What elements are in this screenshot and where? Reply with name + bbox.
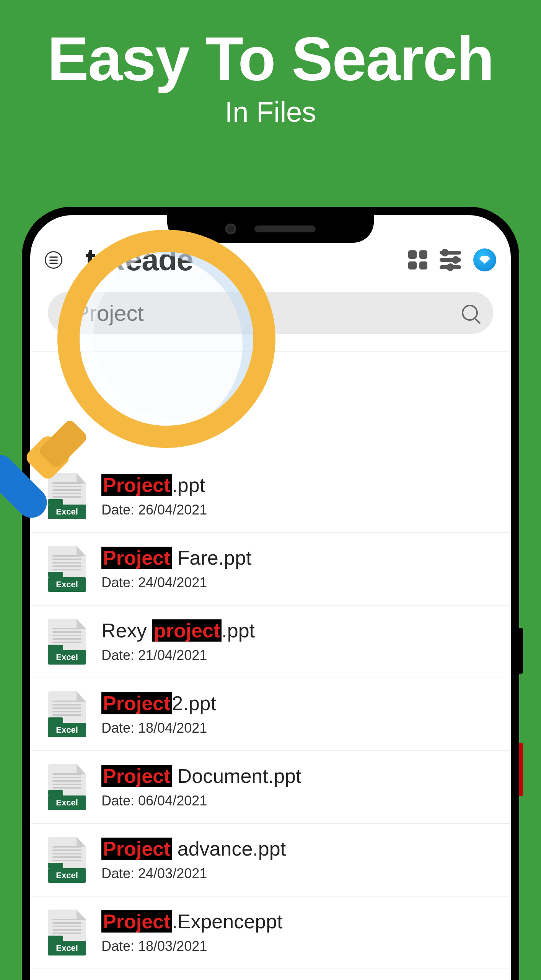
file-type-icon: Excel [48, 910, 86, 956]
file-info: Project.ExpencepptDate: 18/03/2021 [101, 911, 493, 954]
file-date: Date: 24/04/2021 [101, 575, 493, 591]
file-date: Date: 21/04/2021 [101, 647, 493, 663]
search-query-text: Project [75, 300, 144, 326]
file-badge: Excel [48, 723, 86, 737]
file-date: Date: 18/04/2021 [101, 720, 493, 736]
file-name: Project advance.ppt [101, 838, 493, 860]
file-type-icon: Excel [48, 619, 86, 665]
file-name: Project.Expenceppt [101, 911, 493, 933]
phone-frame: t Reade Project ExcelProject.ppt [22, 207, 519, 980]
file-badge: Excel [48, 577, 86, 592]
file-badge: Excel [48, 505, 86, 519]
file-date: Date: 18/03/2021 [101, 938, 493, 954]
file-type-icon: Excel [48, 546, 86, 592]
hero-banner: Easy To Search In Files [0, 0, 541, 128]
grid-view-button[interactable] [408, 250, 427, 270]
file-badge: Excel [48, 795, 86, 810]
hero-title: Easy To Search [0, 23, 541, 94]
phone-side-button [519, 743, 523, 796]
file-row[interactable]: ExcelProject2.pptDate: 06/03/2021 [30, 969, 511, 980]
app-title: t Reade [85, 242, 193, 278]
file-type-icon: Excel [48, 837, 86, 883]
file-info: Project advance.pptDate: 24/03/2021 [101, 838, 493, 881]
file-info: Project2.pptDate: 18/04/2021 [101, 693, 493, 736]
filter-button[interactable] [440, 251, 461, 269]
search-highlight: Project [101, 838, 172, 860]
search-icon[interactable] [462, 305, 478, 321]
file-info: Project.pptDate: 26/04/2021 [101, 474, 493, 518]
file-name: Project Document.ppt [101, 765, 493, 787]
file-date: Date: 06/04/2021 [101, 793, 493, 809]
search-highlight: Project [101, 692, 172, 714]
file-name: Rexy project.ppt [101, 620, 493, 642]
file-row[interactable]: ExcelProject2.pptDate: 18/04/2021 [30, 678, 511, 751]
file-name: Project.ppt [101, 474, 493, 496]
file-date: Date: 24/03/2021 [101, 866, 493, 882]
file-name: Project2.ppt [101, 693, 493, 714]
file-info: Project Document.pptDate: 06/04/2021 [101, 765, 493, 808]
phone-side-button [519, 628, 523, 674]
file-row[interactable]: ExcelProject.pptDate: 26/04/2021 [30, 460, 511, 533]
search-highlight: Project [101, 910, 172, 933]
screen: t Reade Project ExcelProject.ppt [30, 215, 511, 980]
file-type-icon: Excel [48, 473, 86, 519]
menu-button[interactable] [45, 251, 62, 269]
file-info: Rexy project.pptDate: 21/04/2021 [101, 620, 493, 663]
file-list[interactable]: ExcelProject.pptDate: 26/04/2021 ExcelPr… [30, 460, 511, 980]
file-badge: Excel [48, 650, 86, 665]
file-row[interactable]: ExcelProject advance.pptDate: 24/03/2021 [30, 824, 511, 897]
camera-icon [225, 224, 236, 234]
file-type-icon: Excel [48, 764, 86, 810]
search-highlight: Project [101, 547, 172, 569]
search-highlight: project [152, 619, 222, 642]
search-highlight: Project [101, 765, 172, 787]
file-type-icon: Excel [48, 691, 86, 737]
file-row[interactable]: ExcelRexy project.pptDate: 21/04/2021 [30, 606, 511, 678]
diamond-icon [479, 256, 490, 264]
hero-subtitle: In Files [0, 96, 541, 128]
file-name: Project Fare.ppt [101, 547, 493, 569]
file-date: Date: 26/04/2021 [101, 502, 493, 518]
divider [30, 351, 511, 352]
phone-notch [167, 215, 374, 243]
file-badge: Excel [48, 868, 86, 883]
file-badge: Excel [48, 941, 86, 956]
file-row[interactable]: ExcelProject.ExpencepptDate: 18/03/2021 [30, 897, 511, 969]
file-info: Project Fare.pptDate: 24/04/2021 [101, 547, 493, 590]
file-row[interactable]: ExcelProject Document.pptDate: 06/04/202… [30, 751, 511, 824]
premium-badge-button[interactable] [473, 248, 496, 271]
search-highlight: Project [101, 474, 172, 496]
speaker-icon [254, 225, 316, 232]
search-input[interactable]: Project [48, 292, 493, 334]
file-row[interactable]: ExcelProject Fare.pptDate: 24/04/2021 [30, 533, 511, 606]
